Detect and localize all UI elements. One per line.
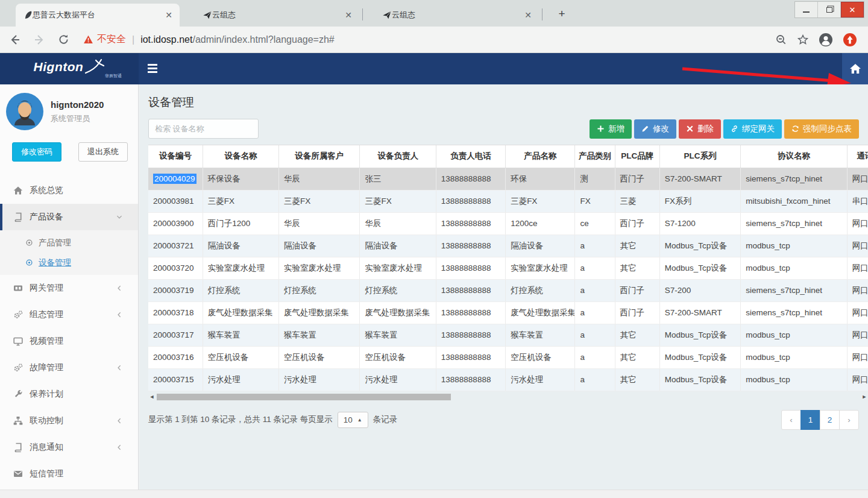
browser-tab[interactable]: 云组态✕ bbox=[195, 4, 359, 27]
sidebar-item-视频管理[interactable]: 视频管理 bbox=[0, 328, 138, 355]
browser-update-icon[interactable] bbox=[843, 33, 857, 47]
sidebar-item-保养计划[interactable]: 保养计划 bbox=[0, 381, 138, 408]
table-cell: 污水处理 bbox=[360, 368, 436, 391]
horizontal-scrollbar[interactable]: ◄ ► bbox=[148, 392, 868, 402]
chevron-left-icon bbox=[116, 444, 123, 451]
sidebar-item-label: 短信管理 bbox=[30, 468, 63, 479]
user-role: 系统管理员 bbox=[51, 113, 104, 124]
column-header[interactable]: 通讯方式 bbox=[847, 145, 868, 168]
browser-tab[interactable]: 云组态✕ bbox=[375, 4, 539, 27]
table-row[interactable]: 200003717猴车装置猴车装置猴车装置13888888888猴车装置a其它M… bbox=[148, 324, 868, 346]
table-cell: 猴车装置 bbox=[203, 324, 278, 346]
column-header[interactable]: 产品类别 bbox=[575, 145, 615, 168]
reload-icon[interactable] bbox=[54, 31, 72, 49]
table-cell: 网口 bbox=[847, 368, 868, 391]
table-cell: 200003715 bbox=[148, 368, 203, 391]
page-button-1[interactable]: 1 bbox=[800, 410, 820, 430]
table-cell: 华辰 bbox=[279, 168, 360, 190]
table-cell: 废气处理数据采集 bbox=[203, 301, 278, 324]
pagination-summary-suffix: 条记录 bbox=[373, 414, 398, 425]
sidebar-item-系统总览[interactable]: 系统总览 bbox=[0, 177, 138, 204]
brand-name: Hignton bbox=[34, 60, 84, 74]
profile-avatar-icon[interactable] bbox=[819, 33, 833, 47]
table-row[interactable]: 200003716空压机设备空压机设备空压机设备13888888888空压机设备… bbox=[148, 346, 868, 368]
table-cell: 实验室废水处理 bbox=[203, 257, 278, 279]
page-prev-button[interactable]: ‹ bbox=[781, 410, 801, 430]
forward-icon[interactable] bbox=[30, 31, 48, 49]
window-restore-button[interactable] bbox=[818, 2, 841, 17]
column-header[interactable]: PLC品牌 bbox=[615, 145, 659, 168]
table-cell: 西门子 bbox=[615, 168, 659, 190]
pencil-button[interactable]: 修改 bbox=[634, 119, 676, 139]
security-warning[interactable]: 不安全 bbox=[83, 33, 126, 46]
sidebar-item-网关管理[interactable]: 网关管理 bbox=[0, 275, 138, 301]
home-button[interactable] bbox=[842, 53, 868, 84]
table-row[interactable]: 200003981三菱FX三菱FX三菱FX13888888888三菱FXFX三菱… bbox=[148, 190, 868, 212]
chevron-left-icon bbox=[116, 417, 123, 424]
refresh-button[interactable]: 强制同步点表 bbox=[784, 119, 859, 139]
table-row[interactable]: 200003720实验室废水处理实验室废水处理实验室废水处理1388888888… bbox=[148, 257, 868, 279]
column-header[interactable]: 产品名称 bbox=[506, 145, 575, 168]
table-cell: mitsubishi_fxcom_hinet bbox=[741, 190, 847, 212]
tab-close-icon[interactable]: ✕ bbox=[164, 10, 174, 20]
column-header[interactable]: 协议名称 bbox=[741, 145, 847, 168]
page-size-select[interactable]: 10 ▲ bbox=[338, 412, 368, 428]
page-button-2[interactable]: 2 bbox=[820, 410, 840, 430]
tab-close-icon[interactable]: ✕ bbox=[523, 10, 533, 20]
scrollbar-thumb[interactable] bbox=[157, 394, 451, 400]
zoom-out-icon[interactable] bbox=[775, 34, 787, 46]
bookmark-star-icon[interactable] bbox=[797, 34, 809, 46]
column-header[interactable]: 设备编号 bbox=[148, 145, 203, 168]
table-row[interactable]: 200003900西门子1200华辰华辰138888888881200cece西… bbox=[148, 212, 868, 235]
sidebar-subitem-label: 设备管理 bbox=[39, 257, 71, 268]
table-row[interactable]: 200003715污水处理污水处理污水处理13888888888污水处理a其它M… bbox=[148, 368, 868, 391]
table-cell: 其它 bbox=[615, 235, 659, 257]
tab-close-icon[interactable]: ✕ bbox=[344, 10, 353, 20]
window-close-button[interactable]: ✕ bbox=[841, 2, 864, 17]
link-icon bbox=[731, 125, 738, 133]
window-minimize-button[interactable] bbox=[795, 2, 818, 17]
column-header[interactable]: 设备所属客户 bbox=[279, 145, 360, 168]
column-header[interactable]: 负责人电话 bbox=[436, 145, 505, 168]
hamburger-menu-icon[interactable] bbox=[148, 63, 159, 74]
new-tab-button[interactable]: + bbox=[555, 7, 569, 22]
browser-tab[interactable]: 思普云大数据平台✕ bbox=[16, 4, 180, 27]
sidebar-item-短信管理[interactable]: 短信管理 bbox=[0, 461, 138, 487]
column-header[interactable]: 设备名称 bbox=[203, 145, 278, 168]
table-cell: 网口 bbox=[847, 279, 868, 301]
search-input[interactable] bbox=[148, 119, 259, 139]
sidebar-item-组态管理[interactable]: 组态管理 bbox=[0, 301, 138, 328]
table-cell: 13888888888 bbox=[436, 257, 505, 279]
sidebar-item-联动控制[interactable]: 联动控制 bbox=[0, 408, 138, 434]
table-cell: 三菱FX bbox=[279, 190, 360, 212]
link-button[interactable]: 绑定网关 bbox=[723, 119, 782, 139]
x-button[interactable]: 删除 bbox=[679, 119, 721, 139]
logout-button[interactable]: 退出系统 bbox=[78, 142, 128, 162]
user-avatar bbox=[6, 93, 43, 130]
table-row[interactable]: 200003719灯控系统灯控系统灯控系统13888888888灯控系统a西门子… bbox=[148, 279, 868, 301]
column-header[interactable]: 设备负责人 bbox=[360, 145, 436, 168]
sidebar-item-产品设备[interactable]: 产品设备 bbox=[0, 204, 138, 230]
plus-button[interactable]: 新增 bbox=[590, 119, 632, 139]
url-text[interactable]: iot.idosp.net/admin/index.html?language=… bbox=[140, 34, 335, 45]
scroll-left-icon[interactable]: ◄ bbox=[148, 394, 156, 400]
sidebar-item-故障管理[interactable]: 故障管理 bbox=[0, 355, 138, 381]
page-next-button[interactable]: › bbox=[839, 410, 859, 430]
sidebar-item-消息通知[interactable]: 消息通知 bbox=[0, 434, 138, 461]
sidebar-subitem-产品管理[interactable]: 产品管理 bbox=[0, 233, 138, 253]
table-cell: modbus_tcp bbox=[741, 257, 847, 279]
column-header[interactable]: PLC系列 bbox=[659, 145, 740, 168]
table-cell: a bbox=[575, 368, 615, 391]
scroll-right-icon[interactable]: ► bbox=[861, 394, 868, 400]
sidebar-subitem-设备管理[interactable]: 设备管理 bbox=[0, 253, 138, 273]
back-icon[interactable] bbox=[6, 31, 24, 49]
sidebar-item-label: 视频管理 bbox=[30, 336, 63, 347]
table-row[interactable]: 200003718废气处理数据采集废气处理数据采集废气处理数据采集1388888… bbox=[148, 301, 868, 324]
change-password-button[interactable]: 修改密码 bbox=[12, 142, 61, 162]
table-cell: 其它 bbox=[615, 346, 659, 368]
browser-tab-strip: 思普云大数据平台✕云组态✕云组态✕ + ✕ bbox=[0, 0, 868, 27]
table-row[interactable]: 200003721隔油设备隔油设备隔油设备13888888888隔油设备a其它M… bbox=[148, 235, 868, 257]
table-row[interactable]: 200004029环保设备华辰张三13888888888环保测西门子S7-200… bbox=[148, 168, 868, 190]
table-cell: 200003716 bbox=[148, 346, 203, 368]
warning-triangle-icon bbox=[83, 35, 93, 44]
